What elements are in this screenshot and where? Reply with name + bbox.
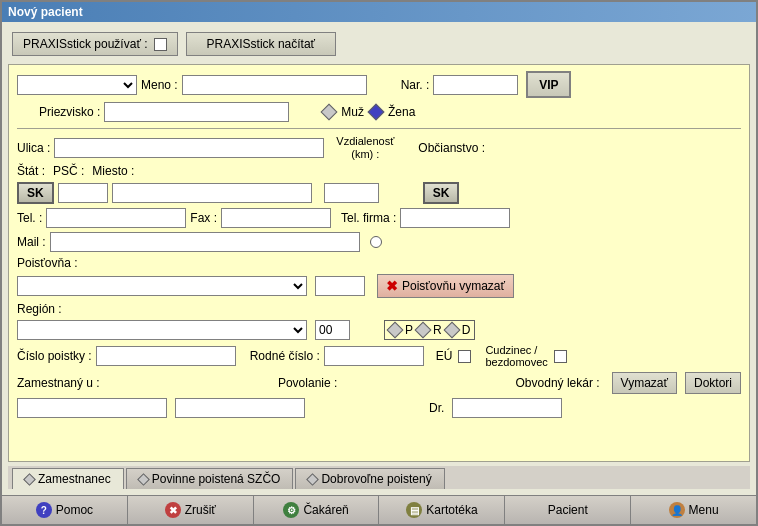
row-meno: Meno : Nar. : VIP bbox=[17, 71, 741, 98]
ulica-input[interactable] bbox=[54, 138, 324, 158]
cudzinec-label: Cudzinec / bbox=[485, 344, 537, 356]
povolanie-label: Povolanie : bbox=[278, 376, 337, 390]
row-region-label: Región : bbox=[17, 302, 741, 316]
stat-sk-button[interactable]: SK bbox=[17, 182, 54, 204]
tab-dobrovolne[interactable]: Dobrovoľne poistený bbox=[295, 468, 444, 489]
tel-input[interactable] bbox=[46, 208, 186, 228]
tab-povinne[interactable]: Povinne poistená SZČO bbox=[126, 468, 294, 489]
main-window: Nový pacient PRAXISstick používať : PRAX… bbox=[0, 0, 758, 526]
row-zamestna: Zamestnaný u : Povolanie : Obvodný lekár… bbox=[17, 372, 741, 394]
bottom-bar: ? Pomoc ✖ Zrušiť ⚙ Čakáreň ▤ Kartotéka P… bbox=[2, 495, 756, 524]
praxis-load-button[interactable]: PRAXISstick načítať bbox=[186, 32, 337, 56]
meno-label: Meno : bbox=[141, 78, 178, 92]
kartoteka-button[interactable]: ▤ Kartotéka bbox=[379, 496, 505, 524]
miesto-label: Miesto : bbox=[92, 164, 134, 178]
vzdialenost-input[interactable] bbox=[324, 183, 379, 203]
zamestna-input[interactable] bbox=[17, 398, 167, 418]
stat-label: Štát : bbox=[17, 164, 45, 178]
row-poistovna-label: Poisťovňa : bbox=[17, 256, 741, 270]
mail-label: Mail : bbox=[17, 235, 46, 249]
doktori-button[interactable]: Doktori bbox=[685, 372, 741, 394]
p-radio[interactable] bbox=[387, 322, 404, 339]
d-label: D bbox=[462, 323, 471, 337]
praxis-use-button[interactable]: PRAXISstick používať : bbox=[12, 32, 178, 56]
fax-input[interactable] bbox=[221, 208, 331, 228]
cudzinec-checkbox[interactable] bbox=[554, 350, 567, 363]
tel-label: Tel. : bbox=[17, 211, 42, 225]
cakareni-icon: ⚙ bbox=[283, 502, 299, 518]
vymazat-button[interactable]: Vymazať bbox=[612, 372, 677, 394]
p-label: P bbox=[405, 323, 413, 337]
vip-button[interactable]: VIP bbox=[526, 71, 571, 98]
obcianstvo-label: Občianstvo : bbox=[418, 141, 485, 155]
priezvisko-input[interactable] bbox=[104, 102, 289, 122]
praxis-use-checkbox[interactable] bbox=[154, 38, 167, 51]
zena-radio[interactable] bbox=[368, 104, 385, 121]
povolanie-input[interactable] bbox=[175, 398, 305, 418]
poistovna-delete-button[interactable]: ✖ Poisťovňu vymazať bbox=[377, 274, 514, 298]
psc-label: PSČ : bbox=[53, 164, 84, 178]
r-radio[interactable] bbox=[415, 322, 432, 339]
menu-icon: 👤 bbox=[669, 502, 685, 518]
fax-label: Fax : bbox=[190, 211, 217, 225]
pomoc-icon: ? bbox=[36, 502, 52, 518]
zamestnanec-icon bbox=[23, 473, 36, 486]
cakareni-button[interactable]: ⚙ Čakáreň bbox=[254, 496, 380, 524]
menu-button[interactable]: 👤 Menu bbox=[631, 496, 756, 524]
region-code-input[interactable] bbox=[315, 320, 350, 340]
obcianstvo-sk-button[interactable]: SK bbox=[423, 182, 460, 204]
dr-input[interactable] bbox=[452, 398, 562, 418]
cislo-poistky-input[interactable] bbox=[96, 346, 236, 366]
title-select[interactable] bbox=[17, 75, 137, 95]
eu-checkbox[interactable] bbox=[458, 350, 471, 363]
row-region-input: P R D bbox=[17, 320, 741, 340]
content-area: PRAXISstick používať : PRAXISstick načít… bbox=[2, 22, 756, 495]
tel-firma-label: Tel. firma : bbox=[341, 211, 396, 225]
poistovna-code-input[interactable] bbox=[315, 276, 365, 296]
top-bar: PRAXISstick používať : PRAXISstick načít… bbox=[8, 28, 750, 60]
nar-input[interactable] bbox=[433, 75, 518, 95]
row-poistovna-input: ✖ Poisťovňu vymazať bbox=[17, 274, 741, 298]
mail-input[interactable] bbox=[50, 232, 360, 252]
row-stat-inputs: SK SK bbox=[17, 182, 741, 204]
rodne-cislo-input[interactable] bbox=[324, 346, 424, 366]
rodne-cislo-label: Rodné číslo : bbox=[250, 349, 320, 363]
row-tel: Tel. : Fax : Tel. firma : bbox=[17, 208, 741, 228]
dobrovolne-icon bbox=[307, 473, 320, 486]
meno-input[interactable] bbox=[182, 75, 367, 95]
muz-label: Muž bbox=[341, 105, 364, 119]
zrusit-button[interactable]: ✖ Zrušiť bbox=[128, 496, 254, 524]
window-title: Nový pacient bbox=[8, 5, 83, 19]
miesto-input[interactable] bbox=[112, 183, 312, 203]
row-ulica: Ulica : Vzdialenosť (km) : Občianstvo : bbox=[17, 135, 741, 160]
zena-label: Žena bbox=[388, 105, 415, 119]
prd-group: P R D bbox=[384, 320, 475, 340]
zamestna-label: Zamestnaný u : bbox=[17, 376, 100, 390]
zrusit-icon: ✖ bbox=[165, 502, 181, 518]
row-mail: Mail : bbox=[17, 232, 741, 252]
praxis-use-label: PRAXISstick používať : bbox=[23, 37, 148, 51]
psc-input[interactable] bbox=[58, 183, 108, 203]
poistovna-label: Poisťovňa : bbox=[17, 256, 78, 270]
tel-firma-input[interactable] bbox=[400, 208, 510, 228]
vzdialenost-label: Vzdialenosť bbox=[336, 135, 394, 147]
form-area: Meno : Nar. : VIP Priezvisko : Muž Žena bbox=[8, 64, 750, 462]
povinne-icon bbox=[137, 473, 150, 486]
title-bar: Nový pacient bbox=[2, 2, 756, 22]
ulica-label: Ulica : bbox=[17, 141, 50, 155]
tab-zamestnanec[interactable]: Zamestnanec bbox=[12, 468, 124, 489]
kartoteka-icon: ▤ bbox=[406, 502, 422, 518]
poistovna-select[interactable] bbox=[17, 276, 307, 296]
d-radio[interactable] bbox=[443, 322, 460, 339]
pacient-button[interactable]: Pacient bbox=[505, 496, 631, 524]
dr-label: Dr. bbox=[429, 401, 444, 415]
mail-radio[interactable] bbox=[370, 236, 382, 248]
pomoc-button[interactable]: ? Pomoc bbox=[2, 496, 128, 524]
delete-x-icon: ✖ bbox=[386, 278, 398, 294]
region-label: Región : bbox=[17, 302, 62, 316]
region-select[interactable] bbox=[17, 320, 307, 340]
row-priezvisko: Priezvisko : Muž Žena bbox=[17, 102, 741, 122]
row-cislo-poistky: Číslo poistky : Rodné číslo : EÚ Cudzine… bbox=[17, 344, 741, 368]
muz-radio[interactable] bbox=[321, 104, 338, 121]
obvodny-lekar-label: Obvodný lekár : bbox=[516, 376, 600, 390]
